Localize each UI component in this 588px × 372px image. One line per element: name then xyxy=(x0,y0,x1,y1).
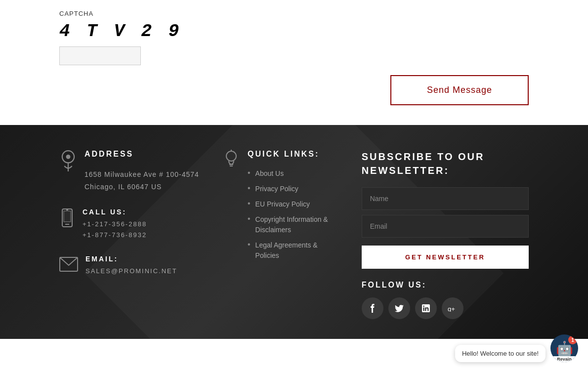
social-icons: g+ xyxy=(362,297,529,319)
follow-title: FOLLOW US: xyxy=(362,281,529,289)
quick-link-legal[interactable]: Legal Agreements & Policies xyxy=(255,240,342,261)
list-item: Privacy Policy xyxy=(248,184,342,194)
list-item: Copyright Information &Disclaimers xyxy=(248,214,342,235)
quick-links-title: QUICK LINKS: xyxy=(248,150,342,159)
phone-block: CALL US: +1-217-356-2888 +1-877-736-8932 xyxy=(59,208,203,241)
phone-number2: +1-877-736-8932 xyxy=(83,230,147,241)
phone-number1: +1-217-356-2888 xyxy=(83,219,147,230)
footer-links-column: QUICK LINKS: About Us Privacy Policy EU … xyxy=(222,150,342,319)
phone-icon xyxy=(59,208,75,230)
phone-title: CALL US: xyxy=(83,208,147,216)
svg-rect-3 xyxy=(64,211,71,222)
twitter-icon[interactable] xyxy=(388,297,410,319)
chat-widget: Hello! Welcome to our site! 🤖 1 Revain xyxy=(455,334,578,339)
captcha-image: 4 T V 2 9 xyxy=(59,21,529,41)
newsletter-button[interactable]: GET NEWSLETTER xyxy=(362,246,529,269)
newsletter-email-input[interactable] xyxy=(362,215,529,238)
svg-point-1 xyxy=(66,155,71,159)
linkedin-icon[interactable] xyxy=(415,297,437,319)
footer-newsletter-column: SUBSCRIBE TO OUR NEWSLETTER: GET NEWSLET… xyxy=(362,150,529,319)
address-block: ADDRESS 1658 Milwaukee Ave # 100-4574 Ch… xyxy=(59,150,203,193)
email-icon xyxy=(59,255,78,274)
list-item: EU Privacy Policy xyxy=(248,199,342,209)
email-title: EMAIL: xyxy=(85,255,177,263)
quick-link-privacy[interactable]: Privacy Policy xyxy=(255,184,298,194)
newsletter-title: SUBSCRIBE TO OUR NEWSLETTER: xyxy=(362,150,529,177)
newsletter-name-input[interactable] xyxy=(362,187,529,210)
email-info: EMAIL: SALES@PROMINIC.NET xyxy=(85,255,177,277)
list-item: About Us xyxy=(248,168,342,179)
facebook-icon[interactable] xyxy=(362,297,383,319)
quick-links-list: About Us Privacy Policy EU Privacy Polic… xyxy=(248,168,342,261)
email-block: EMAIL: SALES@PROMINIC.NET xyxy=(59,255,203,277)
address-line1: 1658 Milwaukee Ave # 100-4574 xyxy=(84,170,199,178)
address-line2: Chicago, IL 60647 US xyxy=(84,183,162,191)
form-top-section: CAPTCHA 4 T V 2 9 Send Message xyxy=(0,0,588,125)
address-title: ADDRESS xyxy=(84,150,199,159)
quick-link-eu-privacy[interactable]: EU Privacy Policy xyxy=(255,199,310,209)
captcha-input[interactable] xyxy=(59,46,141,65)
phone-info: CALL US: +1-217-356-2888 +1-877-736-8932 xyxy=(83,208,147,241)
svg-point-7 xyxy=(226,151,236,161)
list-item: Legal Agreements & Policies xyxy=(248,240,342,261)
footer-address-column: ADDRESS 1658 Milwaukee Ave # 100-4574 Ch… xyxy=(59,150,203,319)
email-address: SALES@PROMINIC.NET xyxy=(85,266,177,277)
location-icon xyxy=(59,150,77,171)
chat-badge: 1 xyxy=(568,335,577,339)
quick-link-about[interactable]: About Us xyxy=(255,168,284,179)
footer: ADDRESS 1658 Milwaukee Ave # 100-4574 Ch… xyxy=(0,125,588,339)
captcha-label: CAPTCHA xyxy=(59,10,529,17)
send-message-button[interactable]: Send Message xyxy=(390,75,529,105)
svg-text:g+: g+ xyxy=(448,305,455,312)
quick-link-copyright[interactable]: Copyright Information &Disclaimers xyxy=(255,214,328,235)
address-text: ADDRESS 1658 Milwaukee Ave # 100-4574 Ch… xyxy=(84,150,199,193)
googleplus-icon[interactable]: g+ xyxy=(442,297,463,319)
lightbulb-icon xyxy=(222,150,240,171)
chat-avatar-button[interactable]: 🤖 1 Revain xyxy=(550,334,578,339)
